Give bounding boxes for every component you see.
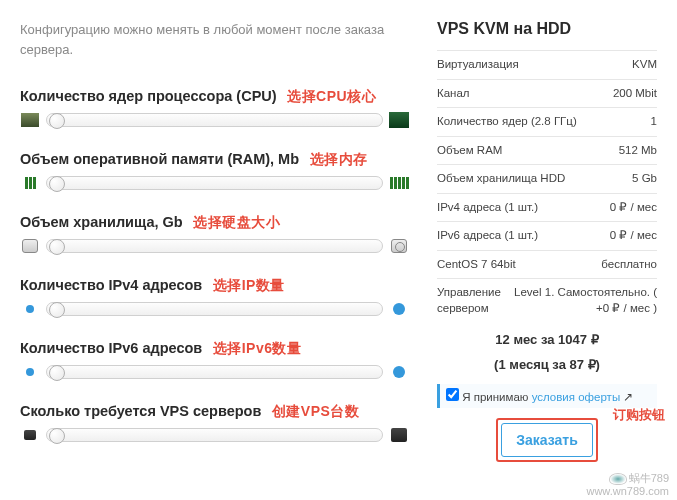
spec-val: бесплатно	[601, 257, 657, 273]
server-large-icon	[389, 427, 409, 443]
spec-key: IPv6 адреса (1 шт.)	[437, 228, 610, 244]
slider-servers-label: Сколько требуется VPS серверов	[20, 403, 261, 419]
intro-text: Конфигурацию можно менять в любой момент…	[20, 20, 409, 59]
hdd-large-icon	[389, 238, 409, 254]
slider-thumb[interactable]	[49, 365, 65, 381]
watermark-url: www.wn789.com	[586, 485, 669, 497]
spec-val: 5 Gb	[632, 171, 657, 187]
spec-row: Канал200 Mbit	[437, 79, 657, 108]
spec-key: Управление сервером	[437, 285, 507, 316]
order-button[interactable]: Заказать	[501, 423, 593, 457]
slider-ipv6-track[interactable]	[46, 365, 383, 379]
terms-checkbox[interactable]	[446, 388, 459, 401]
slider-ipv4-track[interactable]	[46, 302, 383, 316]
cpu-chip-large-icon	[389, 112, 409, 128]
ip-small-icon	[20, 301, 40, 317]
ram-stick-small-icon	[20, 175, 40, 191]
anno-ipv6: 选择IPv6数量	[213, 340, 302, 356]
slider-storage: Объем хранилища, Gb 选择硬盘大小	[20, 213, 409, 254]
slider-ipv6-label: Количество IPv6 адресов	[20, 340, 202, 356]
anno-storage: 选择硬盘大小	[193, 214, 280, 230]
slider-cpu-track[interactable]	[46, 113, 383, 127]
spec-row: ВиртуализацияKVM	[437, 50, 657, 79]
spec-row: Управление серверомLevel 1. Самостоятель…	[437, 278, 657, 322]
spec-key: IPv4 адреса (1 шт.)	[437, 200, 610, 216]
spec-key: Канал	[437, 86, 613, 102]
anno-order: 订购按钮	[613, 406, 665, 424]
terms-prefix: Я принимаю	[462, 391, 531, 403]
config-column: Конфигурацию можно менять в любой момент…	[20, 20, 409, 465]
hdd-small-icon	[20, 238, 40, 254]
slider-storage-label: Объем хранилища, Gb	[20, 214, 183, 230]
panel-title: VPS KVM на HDD	[437, 20, 657, 38]
slider-ram-label: Объем оперативной памяти (RAM), Mb	[20, 151, 299, 167]
spec-val: 512 Mb	[619, 143, 657, 159]
spec-key: Объем хранилища HDD	[437, 171, 632, 187]
spec-val: KVM	[632, 57, 657, 73]
slider-storage-track[interactable]	[46, 239, 383, 253]
watermark-name: 蜗牛789	[629, 472, 669, 484]
summary-panel: VPS KVM на HDD ВиртуализацияKVMКанал200 …	[437, 20, 657, 465]
spec-row: CentOS 7 64bitбесплатно	[437, 250, 657, 279]
slider-thumb[interactable]	[49, 428, 65, 444]
slider-thumb[interactable]	[49, 113, 65, 129]
spec-list: ВиртуализацияKVMКанал200 MbitКоличество …	[437, 50, 657, 322]
server-small-icon	[20, 427, 40, 443]
spec-row: Объем хранилища HDD5 Gb	[437, 164, 657, 193]
slider-cpu: Количество ядер процессора (CPU) 选择CPU核心	[20, 87, 409, 128]
ip-large-icon	[389, 364, 409, 380]
slider-ipv6: Количество IPv6 адресов 选择IPv6数量	[20, 339, 409, 380]
order-highlight-box: Заказать	[496, 418, 598, 462]
slider-thumb[interactable]	[49, 176, 65, 192]
cpu-chip-icon	[20, 112, 40, 128]
spec-key: CentOS 7 64bit	[437, 257, 601, 273]
spec-val: 0 ₽ / мес	[610, 200, 657, 216]
slider-ram-track[interactable]	[46, 176, 383, 190]
watermark: 蜗牛789 www.wn789.com	[586, 472, 669, 498]
ip-large-icon	[389, 301, 409, 317]
slider-servers-track[interactable]	[46, 428, 383, 442]
ip-small-icon	[20, 364, 40, 380]
anno-servers: 创建VPS台数	[272, 403, 360, 419]
spec-val: 1	[651, 114, 657, 130]
spec-row: IPv6 адреса (1 шт.)0 ₽ / мес	[437, 221, 657, 250]
slider-thumb[interactable]	[49, 239, 65, 255]
spec-key: Объем RAM	[437, 143, 619, 159]
terms-link[interactable]: условия оферты	[532, 391, 621, 403]
anno-ipv4: 选择IP数量	[213, 277, 285, 293]
terms-block: Я принимаю условия оферты ↗	[437, 384, 657, 408]
spec-row: Объем RAM512 Mb	[437, 136, 657, 165]
price-monthly: (1 месяц за 87 ₽)	[437, 357, 657, 372]
ram-stick-large-icon	[389, 175, 409, 191]
spec-key: Виртуализация	[437, 57, 632, 73]
anno-ram: 选择内存	[310, 151, 368, 167]
slider-ipv4: Количество IPv4 адресов 选择IP数量	[20, 276, 409, 317]
spec-row: Количество ядер (2.8 ГГц)1	[437, 107, 657, 136]
spec-val: 200 Mbit	[613, 86, 657, 102]
slider-ipv4-label: Количество IPv4 адресов	[20, 277, 202, 293]
slider-cpu-label: Количество ядер процессора (CPU)	[20, 88, 277, 104]
slider-servers: Сколько требуется VPS серверов 创建VPS台数	[20, 402, 409, 443]
snail-logo-icon	[609, 473, 627, 485]
spec-val: 0 ₽ / мес	[610, 228, 657, 244]
spec-val: Level 1. Самостоятельно. ( +0 ₽ / мес )	[507, 285, 657, 316]
price-yearly: 12 мес за 1047 ₽	[437, 332, 657, 347]
slider-thumb[interactable]	[49, 302, 65, 318]
terms-arrow: ↗	[620, 391, 633, 403]
spec-row: IPv4 адреса (1 шт.)0 ₽ / мес	[437, 193, 657, 222]
spec-key: Количество ядер (2.8 ГГц)	[437, 114, 651, 130]
slider-ram: Объем оперативной памяти (RAM), Mb 选择内存	[20, 150, 409, 191]
anno-cpu: 选择CPU核心	[287, 88, 376, 104]
